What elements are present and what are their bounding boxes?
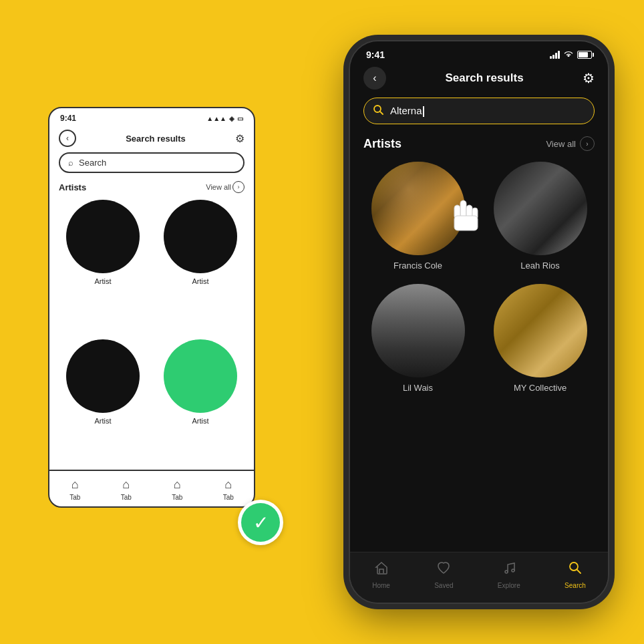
rp-battery-icon <box>577 51 592 59</box>
rp-search-bar: Alterna <box>350 98 608 134</box>
rp-search-input[interactable]: Alterna <box>363 98 595 124</box>
wf-section-header: Artists View all › <box>49 181 254 200</box>
rp-tab-saved-label: Saved <box>434 582 453 589</box>
wf-artist-label-2: Artist <box>192 277 208 285</box>
rp-artists-title: Artists <box>363 137 401 151</box>
wf-tab-4[interactable]: ⌂ Tab <box>223 478 234 501</box>
svg-line-5 <box>577 570 581 573</box>
wf-tab-bar: ⌂ Tab ⌂ Tab ⌂ Tab ⌂ Tab <box>49 470 254 506</box>
wf-search-bar[interactable]: ⌕ Search <box>59 152 245 173</box>
rp-tab-explore[interactable]: Explore <box>498 560 520 589</box>
rp-music-icon <box>502 560 516 579</box>
list-item[interactable]: MY Collective <box>486 284 595 393</box>
list-item[interactable]: Artist <box>59 200 147 330</box>
list-item[interactable]: Artist <box>156 339 245 470</box>
rp-view-all-label: View all <box>546 139 576 149</box>
rp-back-button[interactable]: ‹ <box>363 67 386 90</box>
rp-tab-home[interactable]: Home <box>372 560 390 589</box>
wf-search-placeholder: Search <box>79 158 106 168</box>
wf-tab-3[interactable]: ⌂ Tab <box>172 478 182 501</box>
wf-view-all[interactable]: View all › <box>206 181 245 193</box>
rp-status-bar: 9:41 <box>350 41 608 60</box>
rp-artist-image-my <box>494 284 587 377</box>
wf-signal-icon: ▲▲▲ <box>206 115 226 122</box>
wf-tab-1[interactable]: ⌂ Tab <box>69 478 80 501</box>
wf-settings-icon[interactable]: ⚙ <box>235 132 245 145</box>
wf-tab-label-2: Tab <box>121 494 132 501</box>
rp-artist-image-leah <box>494 162 587 255</box>
rp-artist-image-lil <box>371 284 465 377</box>
wf-status-bar: 9:41 ▲▲▲ ◈ ▭ <box>49 108 254 126</box>
rp-content: Artists View all › Francis Cole Leah Rio… <box>350 134 608 552</box>
wf-artists-title: Artists <box>59 182 86 192</box>
rp-artist-name-francis: Francis Cole <box>393 261 442 271</box>
wf-home-icon-4: ⌂ <box>224 478 232 492</box>
rp-view-all-arrow-icon: › <box>580 136 595 151</box>
rp-status-icons <box>550 50 592 59</box>
svg-point-4 <box>570 562 578 571</box>
rp-tab-saved[interactable]: Saved <box>434 560 453 589</box>
wf-back-button[interactable]: ‹ <box>59 130 76 147</box>
wf-artist-label-3: Artist <box>94 417 111 425</box>
rp-header: ‹ Search results ⚙ <box>350 60 608 98</box>
rp-artist-name-leah: Leah Rios <box>520 261 560 271</box>
list-item[interactable]: Lil Wais <box>363 284 472 393</box>
rp-tab-home-label: Home <box>372 582 390 589</box>
wf-wifi-icon: ◈ <box>229 115 234 122</box>
wf-artist-image-1 <box>66 200 140 273</box>
wf-status-icons: ▲▲▲ ◈ ▭ <box>206 115 243 122</box>
rp-wifi-icon <box>564 50 573 59</box>
wf-artist-label-4: Artist <box>192 417 208 425</box>
rp-signal-icon <box>550 51 560 59</box>
wf-home-icon-2: ⌂ <box>122 478 130 492</box>
wf-view-all-arrow-icon: › <box>232 181 245 193</box>
list-item[interactable]: Leah Rios <box>486 162 595 271</box>
wf-artist-image-4 <box>164 339 237 413</box>
wf-search-icon: ⌕ <box>68 158 73 168</box>
wf-home-icon-1: ⌂ <box>71 478 79 492</box>
check-icon: ✓ <box>241 503 280 542</box>
wf-page-title: Search results <box>126 134 186 144</box>
wf-view-all-label: View all <box>206 183 231 191</box>
rp-search-icon <box>373 105 383 117</box>
wf-artists-grid: Artist Artist Artist Artist <box>49 200 254 470</box>
rp-settings-icon[interactable]: ⚙ <box>583 70 595 86</box>
wf-artist-image-3 <box>66 339 140 413</box>
rp-artist-name-lil: Lil Wais <box>403 383 433 393</box>
rp-text-cursor <box>423 106 424 117</box>
svg-point-2 <box>505 571 508 573</box>
list-item[interactable]: Francis Cole <box>363 162 472 271</box>
rp-tab-search-label: Search <box>565 582 586 589</box>
wf-header: ‹ Search results ⚙ <box>49 126 254 152</box>
rp-search-value: Alterna <box>390 105 585 117</box>
rp-search-tab-icon <box>568 560 583 579</box>
wf-time: 9:41 <box>60 114 76 123</box>
wf-battery-icon: ▭ <box>237 115 243 122</box>
rp-artists-grid: Francis Cole Leah Rios Lil Wais MY Colle… <box>363 162 595 406</box>
list-item[interactable]: Artist <box>59 339 147 470</box>
rp-time: 9:41 <box>366 49 385 60</box>
wf-tab-label-1: Tab <box>69 494 80 501</box>
svg-line-1 <box>380 112 383 114</box>
real-phone: 9:41 ‹ Search results ⚙ <box>349 40 609 604</box>
wf-artist-image-2 <box>164 200 237 273</box>
check-badge: ✓ <box>238 500 283 545</box>
rp-tab-explore-label: Explore <box>498 582 520 589</box>
rp-heart-icon <box>436 560 451 579</box>
rp-page-title: Search results <box>445 71 523 85</box>
rp-artist-name-my: MY Collective <box>514 383 567 393</box>
rp-view-all[interactable]: View all › <box>546 136 595 151</box>
rp-tab-bar: Home Saved Explore Search <box>350 552 608 603</box>
rp-artist-image-francis <box>371 162 465 255</box>
rp-tab-search[interactable]: Search <box>565 560 586 589</box>
wf-tab-2[interactable]: ⌂ Tab <box>121 478 132 501</box>
wf-home-icon-3: ⌂ <box>174 478 181 492</box>
list-item[interactable]: Artist <box>156 200 245 330</box>
svg-point-3 <box>512 569 514 572</box>
wf-tab-label-4: Tab <box>223 494 234 501</box>
rp-home-icon <box>374 560 389 579</box>
rp-section-header: Artists View all › <box>363 134 595 162</box>
wf-artist-label-1: Artist <box>94 277 111 285</box>
wireframe-phone: 9:41 ▲▲▲ ◈ ▭ ‹ Search results ⚙ ⌕ Search… <box>48 107 255 508</box>
wf-tab-label-3: Tab <box>172 494 182 501</box>
